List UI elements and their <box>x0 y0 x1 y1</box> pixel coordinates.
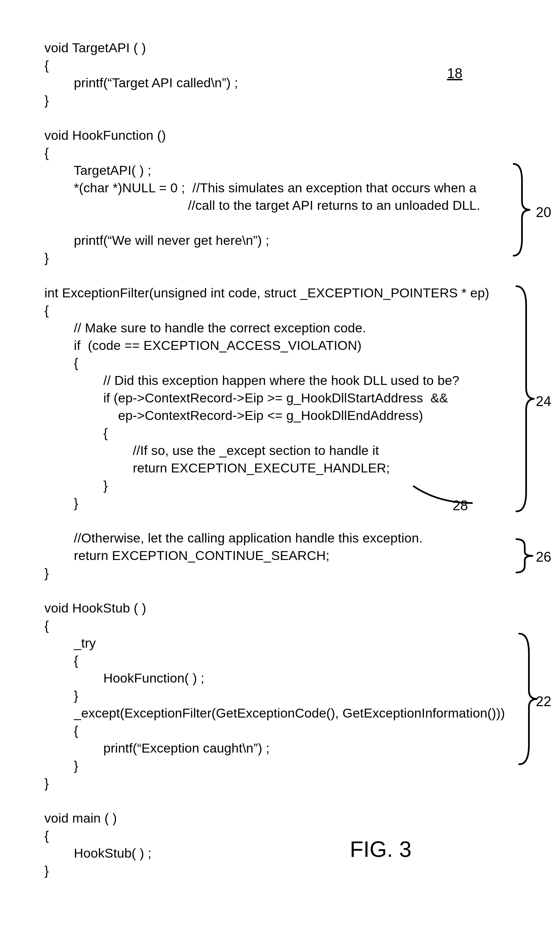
figure-label: FIG. 3 <box>350 837 411 862</box>
reference-18: 18 <box>447 65 463 82</box>
annotation-20: 20 <box>536 204 551 221</box>
annotation-28: 28 <box>452 497 468 514</box>
annotation-26: 26 <box>536 549 551 565</box>
annotation-22: 22 <box>536 693 551 710</box>
code-listing: void TargetAPI ( ) { printf(“Target API … <box>45 39 527 879</box>
annotation-24: 24 <box>536 393 551 409</box>
figure-page: 18 void TargetAPI ( ) { printf(“Target A… <box>0 0 560 931</box>
